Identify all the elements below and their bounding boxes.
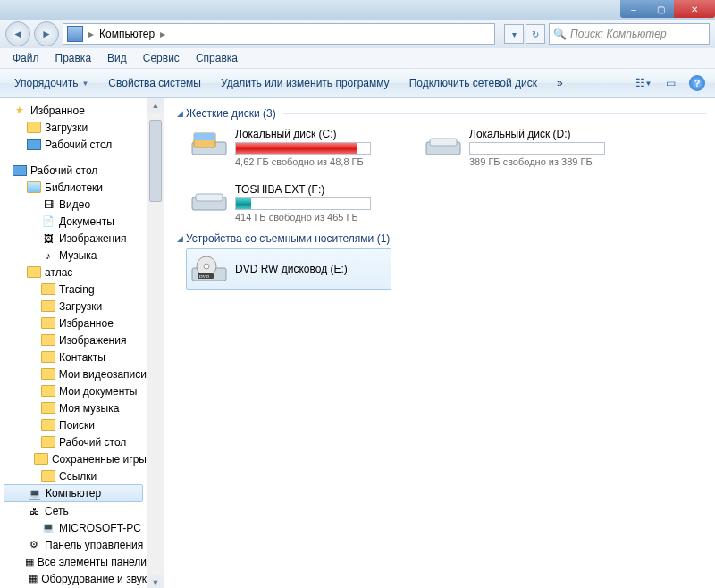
tree-item[interactable]: Загрузки bbox=[4, 119, 147, 136]
tree-scrollbar[interactable]: ▲ ▼ bbox=[147, 98, 164, 588]
tree-item[interactable]: ⚙Панель управления bbox=[4, 536, 147, 553]
group-header-hdd[interactable]: ◢ Жесткие диски (3) bbox=[173, 107, 706, 120]
navigation-tree[interactable]: ★ИзбранноеЗагрузкиРабочий столРабочий ст… bbox=[0, 98, 147, 588]
tree-item-label: Библиотеки bbox=[45, 181, 103, 194]
tree-item-label: Видео bbox=[59, 198, 90, 211]
tree-item[interactable]: 💻Компьютер bbox=[4, 484, 143, 502]
drive-label: Локальный диск (C:) bbox=[235, 128, 387, 140]
search-input[interactable]: 🔍 Поиск: Компьютер bbox=[549, 23, 710, 45]
folder-icon bbox=[27, 265, 41, 280]
folder-icon bbox=[27, 121, 41, 135]
tree-item[interactable]: ★Избранное bbox=[4, 102, 147, 119]
music-icon: ♪ bbox=[41, 248, 55, 263]
tree-item-label: Моя музыка bbox=[59, 402, 119, 415]
cmd-map-network-drive[interactable]: Подключить сетевой диск bbox=[400, 73, 546, 93]
folder-icon bbox=[34, 452, 48, 466]
tree-item-label: Tracing bbox=[59, 283, 95, 296]
drive-d[interactable]: Локальный диск (D:) 389 ГБ свободно из 3… bbox=[420, 123, 626, 172]
view-options-button[interactable]: ☷ ▼ bbox=[631, 72, 656, 94]
menu-service[interactable]: Сервис bbox=[136, 50, 187, 66]
folder-icon bbox=[41, 469, 55, 483]
menu-view[interactable]: Вид bbox=[100, 50, 134, 66]
tree-item-label: Компьютер bbox=[46, 487, 101, 500]
refresh-button[interactable]: ↻ bbox=[526, 24, 545, 44]
drive-f[interactable]: TOSHIBA EXT (F:) 414 ГБ свободно из 465 … bbox=[186, 179, 391, 227]
tree-item[interactable]: 🎞Видео bbox=[4, 196, 147, 213]
tree-item-label: Все элементы панели bbox=[38, 556, 147, 568]
tree-item[interactable]: Загрузки bbox=[4, 298, 147, 315]
breadcrumb-root[interactable]: Компьютер bbox=[99, 28, 155, 40]
cmd-uninstall-program[interactable]: Удалить или изменить программу bbox=[212, 73, 399, 93]
window-minimize-button[interactable]: – bbox=[620, 0, 647, 18]
tree-item-label: Сеть bbox=[45, 505, 69, 517]
computer-icon: 💻 bbox=[41, 521, 55, 535]
tree-item-label: Ссылки bbox=[59, 470, 97, 483]
window-close-button[interactable]: ✕ bbox=[674, 0, 715, 18]
preview-pane-button[interactable]: ▭ bbox=[658, 72, 683, 94]
dvd-drive-icon: DVD bbox=[190, 253, 228, 285]
desktop-icon bbox=[13, 164, 27, 178]
tree-item[interactable]: Рабочий стол bbox=[4, 433, 147, 450]
tree-item-label: Избранное bbox=[59, 317, 114, 330]
tree-item[interactable]: 🖧Сеть bbox=[4, 502, 147, 519]
tree-item[interactable]: 📄Документы bbox=[4, 213, 147, 230]
tree-item[interactable]: Рабочий стол bbox=[4, 162, 147, 179]
image-icon: 🖼 bbox=[41, 231, 55, 246]
tree-item[interactable]: Контакты bbox=[4, 349, 147, 365]
tree-item-label: Загрузки bbox=[59, 300, 102, 313]
tree-item[interactable]: Избранное bbox=[4, 315, 147, 332]
window-maximize-button[interactable]: ▢ bbox=[647, 0, 674, 18]
tree-item[interactable]: 🖼Изображения bbox=[4, 230, 147, 247]
tree-item[interactable]: Мои видеозаписи bbox=[4, 365, 147, 382]
computer-icon bbox=[67, 26, 83, 42]
capacity-bar bbox=[235, 197, 371, 210]
cmd-organize[interactable]: Упорядочить▼ bbox=[5, 73, 97, 93]
menu-edit[interactable]: Правка bbox=[48, 50, 99, 66]
tree-item[interactable]: ▦Оборудование и звук bbox=[4, 570, 147, 587]
help-button[interactable]: ? bbox=[685, 72, 710, 94]
favorites-icon: ★ bbox=[13, 104, 27, 118]
menu-file[interactable]: Файл bbox=[5, 50, 46, 66]
scroll-up-button[interactable]: ▲ bbox=[147, 98, 164, 113]
computer-icon: 💻 bbox=[28, 486, 42, 500]
desktop-icon bbox=[27, 138, 41, 152]
tree-item[interactable]: Рабочий стол bbox=[4, 136, 147, 153]
scroll-down-button[interactable]: ▼ bbox=[147, 575, 164, 588]
tree-item[interactable]: Мои документы bbox=[4, 382, 147, 399]
nav-forward-button[interactable]: ► bbox=[34, 21, 59, 46]
tree-item[interactable]: Изображения bbox=[4, 332, 147, 349]
tree-item[interactable]: Моя музыка bbox=[4, 399, 147, 416]
cmd-overflow[interactable]: » bbox=[548, 73, 572, 93]
tree-item[interactable]: ▦Все элементы панели bbox=[4, 553, 147, 570]
tree-item[interactable]: Сохраненные игры bbox=[4, 450, 147, 467]
tree-item-label: Поиски bbox=[59, 419, 95, 432]
tree-item[interactable]: 💻MICROSOFT-PC bbox=[4, 519, 147, 536]
nav-back-button[interactable]: ◄ bbox=[5, 21, 30, 46]
group-header-removable[interactable]: ◢ Устройства со съемными носителями (1) bbox=[173, 232, 706, 245]
cmd-system-properties[interactable]: Свойства системы bbox=[99, 73, 210, 93]
folder-icon bbox=[41, 350, 55, 365]
network-icon: 🖧 bbox=[27, 504, 41, 518]
hard-drive-icon bbox=[425, 128, 462, 160]
drive-c[interactable]: Локальный диск (C:) 4,62 ГБ свободно из … bbox=[186, 123, 391, 172]
tree-item[interactable]: Библиотеки bbox=[4, 179, 147, 196]
collapse-icon: ◢ bbox=[173, 109, 186, 118]
tree-item[interactable]: ♪Музыка bbox=[4, 247, 147, 264]
folder-icon bbox=[41, 384, 55, 399]
tree-item-label: атлас bbox=[45, 266, 72, 279]
address-bar[interactable]: ▸ Компьютер ▸ bbox=[63, 23, 495, 45]
tree-item[interactable]: Поиски bbox=[4, 416, 147, 433]
scroll-thumb[interactable] bbox=[149, 120, 162, 202]
address-dropdown-button[interactable]: ▾ bbox=[504, 24, 524, 44]
search-icon: 🔍 bbox=[553, 28, 567, 40]
tree-item[interactable]: Ссылки bbox=[4, 467, 147, 484]
svg-rect-2 bbox=[194, 133, 215, 140]
tree-item[interactable]: атлас bbox=[4, 264, 147, 281]
tree-item[interactable]: Tracing bbox=[4, 281, 147, 298]
drive-e[interactable]: DVD DVD RW дисковод (E:) bbox=[186, 248, 391, 290]
tree-item-label: Загрузки bbox=[45, 122, 88, 134]
control-panel-icon: ⚙ bbox=[27, 538, 41, 552]
menu-help[interactable]: Справка bbox=[189, 50, 245, 66]
help-icon: ? bbox=[689, 75, 705, 91]
folder-icon bbox=[41, 435, 55, 449]
